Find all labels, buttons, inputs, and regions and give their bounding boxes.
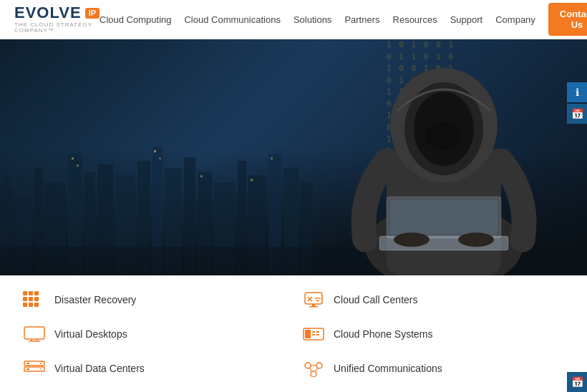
- logo[interactable]: EVOLVE IP THE CLOUD STRATEGY COMPANY™: [14, 5, 100, 34]
- svg-point-37: [394, 232, 430, 247]
- svg-point-33: [426, 122, 462, 150]
- svg-rect-22: [77, 165, 79, 167]
- svg-point-38: [458, 232, 494, 247]
- service-virtual-desktops-label: Virtual Desktops: [54, 328, 127, 340]
- svg-line-72: [315, 368, 318, 372]
- svg-rect-26: [251, 179, 253, 181]
- svg-rect-65: [26, 363, 29, 364]
- svg-rect-59: [312, 334, 315, 335]
- calendar-widget[interactable]: 📅: [567, 104, 587, 124]
- service-unified-communications-label: Unified Communications: [334, 363, 442, 374]
- svg-rect-47: [34, 303, 39, 307]
- services-section: Disaster Recovery Cloud Call Centers: [0, 275, 587, 392]
- side-widgets: ℹ 📅: [567, 82, 587, 124]
- main-nav: Cloud Computing Cloud Communications Sol…: [100, 3, 587, 36]
- grid-icon: [21, 290, 47, 310]
- bottom-right-widget[interactable]: 📅: [567, 372, 587, 392]
- svg-rect-40: [29, 291, 33, 295]
- svg-point-68: [316, 363, 322, 368]
- service-virtual-data-centers[interactable]: Virtual Data Centers: [21, 353, 286, 384]
- logo-badge: IP: [85, 8, 100, 19]
- nav-partners[interactable]: Partners: [344, 14, 379, 25]
- svg-rect-46: [29, 303, 33, 307]
- header: EVOLVE IP THE CLOUD STRATEGY COMPANY™ Cl…: [0, 0, 587, 39]
- nav-resources[interactable]: Resources: [393, 14, 437, 25]
- service-disaster-recovery[interactable]: Disaster Recovery: [21, 284, 286, 315]
- svg-line-71: [309, 368, 312, 372]
- svg-rect-51: [24, 327, 44, 339]
- nav-support[interactable]: Support: [450, 14, 483, 25]
- datacenter-icon: [21, 358, 47, 378]
- info-widget[interactable]: ℹ: [567, 82, 587, 102]
- svg-rect-41: [34, 291, 39, 295]
- unified-icon: [301, 358, 326, 378]
- svg-rect-44: [34, 297, 39, 301]
- logo-text: EVOLVE: [14, 5, 82, 21]
- svg-rect-27: [271, 157, 273, 160]
- nav-cloud-computing[interactable]: Cloud Computing: [100, 14, 171, 25]
- service-virtual-data-centers-label: Virtual Data Centers: [54, 363, 145, 374]
- svg-rect-39: [23, 291, 27, 295]
- svg-rect-56: [305, 330, 311, 338]
- nav-cloud-communications[interactable]: Cloud Communications: [184, 14, 280, 25]
- desktop-icon: [21, 324, 47, 344]
- service-virtual-desktops[interactable]: Virtual Desktops: [21, 318, 286, 350]
- contact-button[interactable]: Contact Us: [548, 3, 587, 36]
- service-cloud-call-centers-label: Cloud Call Centers: [334, 294, 418, 305]
- hero-section: 1 0 1 0 0 10 1 1 0 1 01 0 0 1 0 10 1 0 1…: [0, 39, 587, 275]
- svg-rect-50: [309, 306, 318, 308]
- svg-rect-24: [159, 157, 161, 160]
- svg-rect-45: [23, 303, 27, 307]
- nav-company[interactable]: Company: [495, 14, 535, 25]
- service-cloud-phone-systems[interactable]: Cloud Phone Systems: [301, 318, 566, 350]
- svg-rect-43: [29, 297, 33, 301]
- phone-system-icon: [301, 324, 326, 344]
- svg-rect-21: [72, 157, 74, 160]
- services-grid: Disaster Recovery Cloud Call Centers: [21, 284, 566, 392]
- service-cloud-call-centers[interactable]: Cloud Call Centers: [301, 284, 566, 315]
- svg-point-67: [305, 363, 311, 368]
- service-disaster-recovery-label: Disaster Recovery: [54, 294, 136, 305]
- svg-rect-49: [312, 304, 315, 306]
- service-unified-communications[interactable]: Unified Communications: [301, 353, 566, 384]
- nav-solutions[interactable]: Solutions: [294, 14, 331, 25]
- logo-tagline: THE CLOUD STRATEGY COMPANY™: [14, 22, 100, 34]
- svg-rect-58: [316, 331, 319, 333]
- svg-rect-57: [312, 331, 315, 333]
- service-virtual-servers[interactable]: Virtual Servers: [21, 387, 286, 392]
- svg-rect-25: [200, 175, 203, 177]
- svg-rect-23: [154, 150, 156, 152]
- hacker-figure: [344, 46, 544, 275]
- svg-rect-42: [23, 297, 27, 301]
- svg-rect-60: [316, 334, 319, 335]
- phone-icon: [301, 290, 326, 310]
- service-cloud-phone-systems-label: Cloud Phone Systems: [334, 328, 433, 340]
- svg-rect-36: [390, 200, 498, 235]
- svg-rect-66: [26, 368, 29, 370]
- svg-point-69: [311, 371, 316, 377]
